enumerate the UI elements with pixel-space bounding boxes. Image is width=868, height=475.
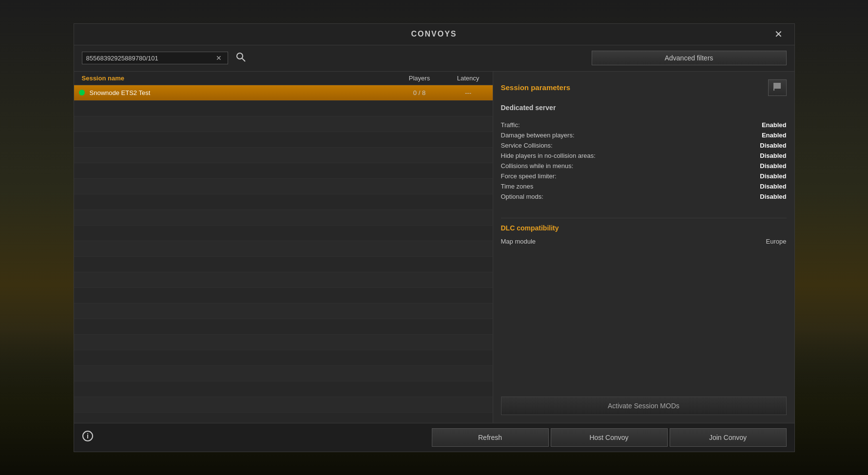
session-rows[interactable]: Snownode ETS2 Test 0 / 8 ---: [74, 85, 493, 423]
svg-rect-2: [774, 83, 781, 89]
param-value-traffic: Enabled: [760, 121, 786, 129]
param-value-hide-players: Disabled: [760, 152, 786, 159]
close-button[interactable]: ✕: [771, 26, 787, 42]
search-submit-button[interactable]: [234, 50, 248, 66]
bottom-bar: i Refresh Host Convoy Join Convoy: [74, 423, 794, 452]
table-row[interactable]: [74, 335, 493, 350]
dlc-title: DLC compatibility: [501, 224, 787, 232]
players-cell: 0 / 8: [395, 89, 444, 96]
table-row[interactable]: [74, 319, 493, 335]
table-row[interactable]: [74, 381, 493, 397]
dialog-title: CONVOYS: [411, 30, 457, 38]
join-convoy-button[interactable]: Join Convoy: [670, 428, 787, 447]
param-label-hide-players: Hide players in no-collision areas:: [501, 152, 752, 159]
table-row[interactable]: [74, 163, 493, 179]
flag-icon: [772, 82, 782, 92]
table-row[interactable]: Snownode ETS2 Test 0 / 8 ---: [74, 85, 493, 101]
status-dot-online: [79, 90, 85, 95]
session-params-panel: Session parameters Dedicated server Traf…: [493, 72, 794, 423]
svg-line-1: [242, 58, 245, 61]
main-content: Session name Players Latency Snownode ET…: [74, 72, 794, 423]
param-label-traffic: Traffic:: [501, 121, 752, 129]
table-row[interactable]: [74, 397, 493, 413]
convoys-dialog: CONVOYS ✕ ✕ Advanced filters Session nam…: [74, 23, 795, 452]
title-bar: CONVOYS ✕: [74, 24, 794, 45]
table-row[interactable]: [74, 116, 493, 132]
dlc-grid: Map module Europe: [501, 238, 787, 245]
param-value-service-collisions: Disabled: [760, 142, 786, 149]
section-divider: [501, 218, 787, 218]
params-flag-button[interactable]: [768, 79, 787, 96]
table-row[interactable]: [74, 257, 493, 272]
col-header-latency: Latency: [444, 75, 493, 82]
param-value-collisions-menus: Disabled: [760, 162, 786, 170]
info-icon: i: [82, 430, 94, 442]
info-button[interactable]: i: [82, 430, 94, 444]
param-label-time-zones: Time zones: [501, 183, 752, 190]
table-row[interactable]: [74, 288, 493, 304]
table-row[interactable]: [74, 210, 493, 226]
table-row[interactable]: [74, 304, 493, 319]
param-value-damage: Enabled: [760, 132, 786, 139]
param-label-speed-limiter: Force speed limiter:: [501, 172, 752, 180]
table-row[interactable]: [74, 241, 493, 257]
search-icon: [236, 52, 246, 62]
table-row[interactable]: [74, 101, 493, 116]
param-value-time-zones: Disabled: [760, 183, 786, 190]
param-label-damage: Damage between players:: [501, 132, 752, 139]
table-header: Session name Players Latency: [74, 72, 493, 85]
param-label-collisions-menus: Collisions while in menus:: [501, 162, 752, 170]
table-row[interactable]: [74, 194, 493, 210]
table-row[interactable]: [74, 272, 493, 288]
search-bar: ✕ Advanced filters: [74, 45, 794, 72]
search-input[interactable]: [86, 55, 214, 62]
dedicated-server-label: Dedicated server: [501, 104, 787, 112]
table-row[interactable]: [74, 179, 493, 194]
table-row[interactable]: [74, 148, 493, 163]
svg-text:i: i: [87, 432, 89, 440]
col-header-players: Players: [395, 75, 444, 82]
dlc-label-map-module: Map module: [501, 238, 758, 245]
advanced-filters-button[interactable]: Advanced filters: [592, 51, 787, 65]
session-name-cell: Snownode ETS2 Test: [90, 89, 395, 96]
table-row[interactable]: [74, 132, 493, 148]
params-header: Session parameters: [501, 79, 787, 96]
table-row[interactable]: [74, 366, 493, 381]
svg-point-0: [237, 53, 243, 59]
params-grid: Traffic: Enabled Damage between players:…: [501, 121, 787, 200]
table-row[interactable]: [74, 413, 493, 423]
param-label-optional-mods: Optional mods:: [501, 193, 752, 200]
search-clear-button[interactable]: ✕: [214, 54, 224, 62]
table-row[interactable]: [74, 226, 493, 241]
refresh-button[interactable]: Refresh: [432, 428, 549, 447]
activate-mods-button[interactable]: Activate Session MODs: [501, 397, 787, 415]
param-value-speed-limiter: Disabled: [760, 172, 786, 180]
table-row[interactable]: [74, 350, 493, 366]
col-header-session-name: Session name: [74, 75, 395, 82]
param-value-optional-mods: Disabled: [760, 193, 786, 200]
session-list-panel: Session name Players Latency Snownode ET…: [74, 72, 493, 423]
param-label-service-collisions: Service Collisions:: [501, 142, 752, 149]
dlc-value-map-module: Europe: [766, 238, 787, 245]
params-title: Session parameters: [501, 83, 571, 92]
latency-cell: ---: [444, 89, 493, 96]
search-input-wrapper: ✕: [82, 52, 228, 64]
host-convoy-button[interactable]: Host Convoy: [551, 428, 668, 447]
